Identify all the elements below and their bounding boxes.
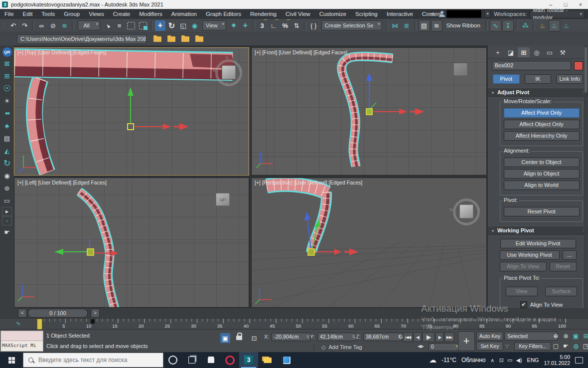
schematic-view-icon[interactable]: ↧ (502, 20, 514, 31)
select-and-place-icon[interactable]: ◉ (189, 20, 200, 31)
absolute-mode-icon[interactable]: ⊡ (249, 333, 259, 343)
render-production-icon[interactable]: ♨ (561, 20, 572, 31)
reset-button[interactable]: Reset (550, 262, 577, 271)
object-name-field[interactable]: Box002 (492, 61, 571, 70)
reference-coordinate-dropdown[interactable]: View (202, 20, 226, 30)
select-and-move-icon[interactable]: + (155, 20, 165, 31)
working-pivot-options-button[interactable]: ... (563, 250, 577, 260)
selection-lock-icon[interactable] (236, 336, 242, 340)
selection-filter-dropdown[interactable]: All (78, 20, 100, 30)
rect-selection-region-icon[interactable] (127, 22, 135, 29)
menu-item[interactable]: Scripting (351, 9, 382, 19)
create-tab-icon[interactable]: + (492, 47, 504, 57)
max-3ds-button[interactable]: 3 (239, 352, 258, 368)
opera-gx-button[interactable] (220, 352, 239, 368)
language-indicator[interactable]: ENG (527, 357, 539, 363)
menu-item[interactable]: Create (109, 9, 135, 19)
move-gizmo[interactable] (128, 87, 188, 130)
x-coordinate-field[interactable]: -20,904cm⇅ (272, 333, 310, 341)
tray-network-icon[interactable]: ▭ (507, 357, 512, 364)
rendered-frame-icon[interactable]: ♨ (549, 20, 560, 31)
place-view-button[interactable]: View (506, 287, 538, 296)
animation-key-marker[interactable] (91, 319, 95, 324)
render-setup-icon[interactable]: ♨ (537, 20, 548, 31)
use-pivot-point-icon[interactable]: ⌖ (229, 20, 239, 31)
time-slider-handle[interactable] (37, 319, 42, 330)
viewport-split-icon[interactable]: + (2, 216, 12, 225)
mode-button[interactable]: IK (525, 74, 552, 84)
search-input[interactable] (37, 356, 154, 364)
viewport-left[interactable]: [+] [Left] [User Defined] [Edged Faces] … (14, 178, 249, 308)
start-button[interactable] (0, 352, 23, 368)
go-to-end-button[interactable]: ▶▶| (444, 332, 454, 342)
show-ribbon-label[interactable]: Show Ribbon (443, 20, 483, 31)
notification-center-icon[interactable] (575, 357, 583, 364)
zoom-icon[interactable]: ⊕ (551, 331, 561, 341)
mirror-icon[interactable]: ⋈ (390, 20, 401, 31)
select-and-scale-icon[interactable]: ◱ (178, 20, 188, 31)
select-by-name-icon[interactable]: ≡ (114, 20, 125, 31)
weather-icon[interactable]: ☁ (429, 356, 437, 365)
viewcube-left[interactable]: ЦП (216, 193, 230, 206)
store-button[interactable] (201, 352, 220, 368)
toolbar-grip[interactable]: ⋮ (1, 20, 7, 31)
viewcube-top[interactable]: N E S W (215, 59, 243, 87)
monitor-icon[interactable]: ▭ (1, 194, 13, 206)
mode-button[interactable]: Link Info (556, 74, 583, 84)
workspace-dropdown[interactable]: Main Toolbar - modular▾ (530, 10, 585, 18)
align-icon[interactable]: ≣ (402, 20, 412, 31)
edit-working-pivot-button[interactable]: Edit Working Pivot (500, 239, 576, 248)
weather-temperature[interactable]: -11°C (441, 357, 456, 364)
auto-key-button[interactable]: Auto Key (476, 332, 503, 341)
monitor-play-icon[interactable]: ▶ (2, 207, 12, 216)
adjust-pivot-rollout[interactable]: ▼Adjust Pivot ∷ (488, 88, 588, 97)
menu-item[interactable]: Group (59, 9, 84, 19)
unlink-selection-icon[interactable]: ⊘ (48, 20, 58, 31)
viewport-front-label[interactable]: [+] [Front] [User Defined] [Edged Faces] (255, 49, 347, 55)
tray-share-icon[interactable]: ⊡ (499, 357, 504, 364)
menu-item[interactable]: Views (84, 9, 108, 19)
viewcube-perspective[interactable]: W E S (452, 198, 480, 226)
pan-hand-icon[interactable]: ☛ (1, 226, 13, 238)
viewport-perspective[interactable]: [+] [Perspective] [User Defined] [Edged … (251, 178, 487, 308)
particle-view-icon[interactable]: ⁂ (520, 20, 531, 31)
menu-item[interactable]: Tools (37, 9, 59, 19)
tray-volume-icon[interactable]: ◀) (516, 357, 522, 364)
project-folder-icon[interactable] (153, 35, 163, 43)
maximize-viewport-icon[interactable]: ◳ (581, 341, 588, 351)
layers-stack-icon[interactable]: ◉ (1, 170, 13, 182)
align-to-world-button[interactable]: Align to World (504, 181, 580, 190)
bind-to-space-warp-icon[interactable]: ≋ (59, 20, 70, 31)
selection-set-dropdown[interactable]: Create Selection Se (321, 20, 382, 30)
set-key-button[interactable]: Set Key (476, 342, 503, 351)
track-bar[interactable]: ∿ 05101520253035404550556065707580859095… (0, 318, 588, 330)
window-crossing-icon[interactable] (139, 22, 147, 29)
utilities-tab-icon[interactable]: ⚒ (557, 47, 569, 57)
curve-editor-icon[interactable]: ∿ (490, 20, 501, 31)
maxscript-mini-listener[interactable]: MAXScript Mi (0, 331, 43, 352)
menu-overflow-icon[interactable]: » (429, 10, 436, 17)
select-and-link-icon[interactable]: ∞ (36, 20, 47, 31)
account-name-box[interactable] (446, 10, 481, 18)
next-key-button[interactable]: |▶ (435, 332, 444, 342)
align-to-view-checkbox[interactable]: ✔ (520, 301, 527, 308)
folder-settings-icon[interactable] (195, 35, 205, 43)
previous-frame-button[interactable]: < (18, 309, 27, 318)
add-time-tag[interactable]: ◇Add Time Tag (314, 344, 362, 351)
affect-hierarchy-only-button[interactable]: Affect Hierarchy Only (504, 131, 580, 141)
zoom-extents-icon[interactable]: ▣ (571, 331, 581, 341)
move-gizmo[interactable] (366, 73, 424, 115)
next-frame-button[interactable]: > (91, 309, 100, 318)
key-mode-toggle-icon[interactable]: ◔ (454, 343, 458, 349)
scrollbar-thumb[interactable] (585, 47, 587, 93)
video-camera-add-icon[interactable]: ⊞ (1, 70, 13, 82)
viewport-left-label[interactable]: [+] [Left] [User Defined] [Edged Faces] (17, 180, 107, 185)
key-steps-icon[interactable]: ∵ (505, 343, 509, 350)
select-object-icon[interactable]: ▲ (102, 19, 114, 32)
undo-icon[interactable]: ↶ (8, 20, 18, 31)
zoom-region-icon[interactable]: ▢ (551, 341, 561, 351)
go-to-start-button[interactable]: |◀◀ (403, 332, 413, 342)
object-color-swatch[interactable] (574, 61, 583, 70)
menu-item[interactable]: Rendering (246, 9, 281, 19)
account-dropdown-icon[interactable]: ▾ (484, 10, 491, 18)
